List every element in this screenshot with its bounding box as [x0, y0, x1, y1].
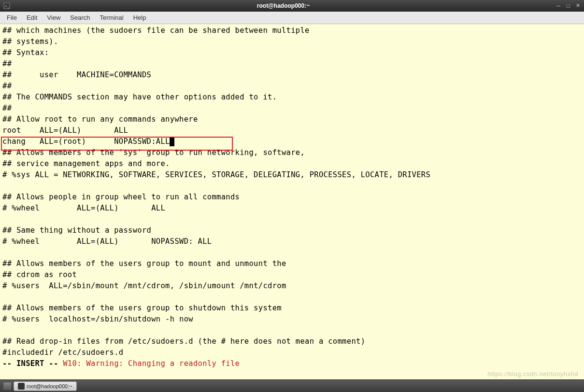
terminal-line: ## Syntax:: [2, 48, 49, 57]
terminal-line: # %wheel ALL=(ALL) NOPASSWD: ALL: [2, 237, 212, 246]
vim-mode: -- INSERT --: [2, 359, 58, 368]
terminal-line: # %users localhost=/sbin/shutdown -h now: [2, 315, 193, 323]
terminal-line: ## Read drop-in files from /etc/sudoers.…: [2, 337, 365, 346]
terminal-icon: [18, 383, 25, 390]
terminal-line: ## Allows members of the 'sys' group to …: [2, 148, 305, 157]
terminal-line: root ALL=(ALL) ALL: [2, 126, 128, 135]
terminal-line: ## Allows members of the users group to …: [2, 259, 286, 268]
terminal-line: # %users ALL=/sbin/mount /mnt/cdrom, /sb…: [2, 281, 286, 290]
terminal-line: ## systems).: [2, 37, 58, 46]
window-title: root@hadoop000:~: [14, 2, 553, 9]
window-app-icon: >_: [3, 2, 11, 10]
menu-view[interactable]: View: [42, 12, 65, 23]
menu-edit[interactable]: Edit: [22, 12, 42, 23]
terminal-line: #includedir /etc/sudoers.d: [2, 348, 123, 357]
terminal-line: ##: [2, 82, 12, 90]
terminal-line: ## The COMMANDS section may have other o…: [2, 93, 277, 101]
menu-search[interactable]: Search: [65, 12, 95, 23]
terminal-line: ## Allow root to run any commands anywhe…: [2, 115, 198, 124]
show-desktop-button[interactable]: [3, 382, 12, 391]
menubar: File Edit View Search Terminal Help: [0, 12, 584, 24]
svg-text:>_: >_: [5, 4, 10, 8]
window-titlebar: >_ root@hadoop000:~ ─ □ ✕: [0, 0, 584, 12]
window-controls: ─ □ ✕: [553, 2, 582, 10]
menu-help[interactable]: Help: [128, 12, 151, 23]
watermark-text: https://blog.csdn.net/tonyhxhd: [487, 370, 578, 378]
terminal-line: ## Allows people in group wheel to run a…: [2, 193, 240, 201]
terminal-line: ## Same thing without a password: [2, 226, 151, 235]
taskbar-button-label: root@hadoop000:~: [27, 383, 72, 389]
maximize-button[interactable]: □: [564, 2, 572, 10]
minimize-button[interactable]: ─: [554, 2, 563, 10]
terminal-line: ## service management apps and more.: [2, 159, 170, 168]
text-cursor: [170, 138, 174, 146]
taskbar-window-button[interactable]: root@hadoop000:~: [14, 381, 77, 391]
terminal-line: # %wheel ALL=(ALL) ALL: [2, 204, 165, 212]
terminal-line: chang ALL=(root) NOPASSWD:ALL: [2, 137, 170, 146]
terminal-line: ## cdrom as root: [2, 270, 77, 279]
terminal-area[interactable]: ## which machines (the sudoers file can …: [0, 24, 584, 379]
vim-warning: W10: Warning: Changing a readonly file: [63, 359, 240, 368]
menu-file[interactable]: File: [2, 12, 22, 23]
close-button[interactable]: ✕: [573, 2, 582, 10]
terminal-line: ##: [2, 104, 12, 112]
terminal-line: # %sys ALL = NETWORKING, SOFTWARE, SERVI…: [2, 170, 430, 179]
terminal-line: ##: [2, 59, 12, 68]
taskbar: root@hadoop000:~: [0, 379, 584, 392]
terminal-line: ## Allows members of the users group to …: [2, 304, 282, 312]
terminal-line: ## which machines (the sudoers file can …: [2, 26, 310, 35]
menu-terminal[interactable]: Terminal: [95, 12, 128, 23]
terminal-line: ## user MACHINE=COMMANDS: [2, 70, 151, 79]
